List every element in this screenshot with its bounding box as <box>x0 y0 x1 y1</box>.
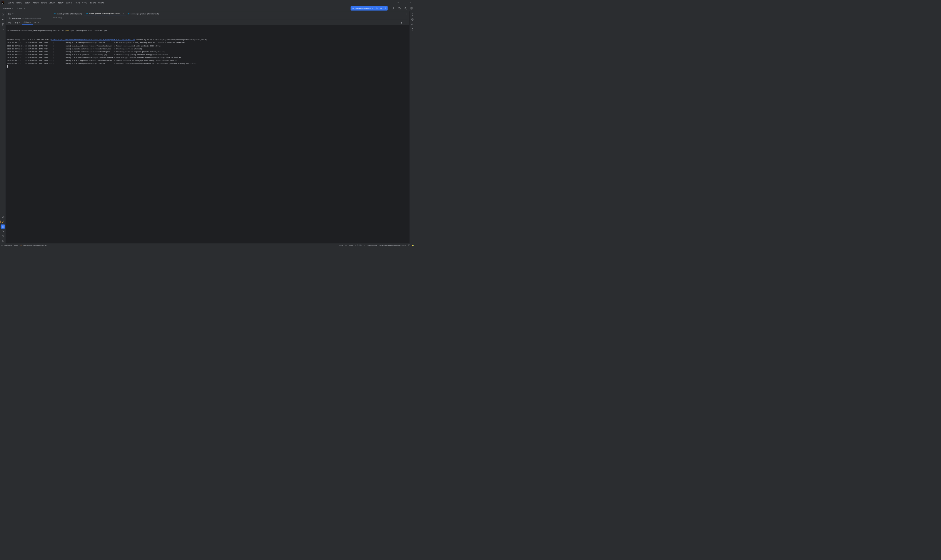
svg-rect-21 <box>2 226 3 227</box>
jar-file-icon <box>20 245 22 246</box>
project-tool-label: 项目 <box>8 13 11 15</box>
translate-icon[interactable] <box>398 6 401 10</box>
log-line: 2023-03-06T12:21:14.678+08:00 INFO 4484 … <box>7 42 185 44</box>
maven-gradle-tool-button[interactable] <box>410 22 414 26</box>
log-line: 2023-03-06T12:21:15.752+08:00 INFO 4484 … <box>7 57 181 59</box>
log-line: 2023-03-06T12:21:15.635+08:00 INFO 4484 … <box>7 45 161 47</box>
terminal-add-button[interactable]: + <box>33 22 37 24</box>
notifications-tool-button[interactable] <box>410 12 414 17</box>
settings-icon[interactable] <box>410 6 413 10</box>
log-line: NAPSHOT using Java 18.0.1.1 with PID 448… <box>7 39 51 41</box>
line-separator[interactable]: LF <box>344 245 346 246</box>
menu-code[interactable]: 代码(C) <box>40 1 48 4</box>
svg-point-11 <box>404 7 406 9</box>
sync-status[interactable]: ⊘ up-to-date <box>367 245 377 246</box>
svg-point-10 <box>393 8 394 9</box>
log-line: 2023-03-06T12:21:15.647+08:00 INFO 4484 … <box>7 48 142 50</box>
run-config-label: TinaSprout [bootJar] <box>355 7 371 9</box>
ime-indicator-icon[interactable] <box>408 245 410 246</box>
tabs-more-button[interactable]: ⋮ <box>404 13 408 15</box>
maximize-button[interactable] <box>402 0 407 5</box>
file-encoding[interactable]: UTF-8 <box>349 245 354 246</box>
project-selector[interactable]: TinaSprout <box>2 7 14 10</box>
terminal-tool-header: 终端 本地 × 本地 (2) × + ⋮ — <box>6 20 409 25</box>
caret-position[interactable]: 8:16 <box>339 245 343 246</box>
gradle-icon <box>352 7 354 9</box>
terminal-tab[interactable]: 本地 (2) × <box>22 21 33 25</box>
svg-point-23 <box>2 241 3 241</box>
crumb-item[interactable]: build <box>14 245 18 246</box>
close-icon[interactable]: × <box>19 22 20 23</box>
indent-setting[interactable]: 4 个空格 <box>355 244 362 246</box>
services-tool-button[interactable] <box>1 215 5 219</box>
terminal-tool-button[interactable] <box>1 225 5 229</box>
search-icon[interactable] <box>404 6 407 10</box>
close-button[interactable] <box>408 0 414 5</box>
menu-navigate[interactable]: 导航(N) <box>32 1 39 4</box>
editor-tab[interactable]: settings.gradle (TinaSprout) <box>126 11 161 16</box>
menu-window[interactable]: 窗口(W) <box>89 1 97 4</box>
debug-button[interactable] <box>379 6 383 11</box>
log-line: 2023-03-06T12:21:15.647+08:00 INFO 4484 … <box>7 51 165 53</box>
tree-root-name: TinaSprout <box>12 17 21 19</box>
terminal-cursor <box>7 65 8 68</box>
run-tool-button[interactable] <box>1 229 5 234</box>
tab-label: build.gradle (:tinasprout-robot) <box>89 13 121 15</box>
editor-tab[interactable]: build.gradle (:tinasprout-robot) × <box>84 11 126 16</box>
menu-help[interactable]: 帮助(H) <box>97 1 105 4</box>
close-icon[interactable]: × <box>123 13 124 15</box>
more-tool-button[interactable] <box>1 27 5 31</box>
menu-build[interactable]: 构建(B) <box>57 1 65 4</box>
minimize-panel-button[interactable]: — <box>404 22 407 24</box>
svg-rect-29 <box>364 245 365 246</box>
menu-edit[interactable]: 编辑(E) <box>15 1 23 4</box>
terminal-dropdown-button[interactable] <box>37 22 41 23</box>
commit-tool-button[interactable] <box>1 17 5 22</box>
menu-run[interactable]: 运行(U) <box>65 1 73 4</box>
terminal-tab[interactable]: 本地 × <box>13 21 22 25</box>
svg-rect-15 <box>3 23 3 24</box>
google-ime-icon[interactable] <box>412 245 414 246</box>
minimize-button[interactable] <box>395 0 401 5</box>
code-with-me-icon[interactable] <box>392 6 395 10</box>
problems-tool-button[interactable] <box>1 234 5 238</box>
editor-tab[interactable]: build.gradle (TinaSprout) <box>52 11 84 16</box>
menu-git[interactable]: Git(G) <box>81 1 88 4</box>
menu-refactor[interactable]: 重构(R) <box>49 1 56 4</box>
menu-tools[interactable]: 工具(T) <box>73 1 81 4</box>
structure-tool-button[interactable] <box>1 22 5 26</box>
cmd-file: .\TinaSprout-0.0.1-SNAPSHOT.jar <box>75 30 107 32</box>
svg-point-17 <box>2 29 2 29</box>
svg-point-18 <box>3 29 3 29</box>
close-icon[interactable]: × <box>30 22 31 23</box>
log-link[interactable]: C:\Users\MI\CodeSpace\IdeaProjects\TinaS… <box>51 39 135 41</box>
terminal-options-button[interactable]: ⋮ <box>400 22 403 24</box>
terminal-output[interactable]: PS C:\Users\MI\CodeSpace\IdeaProjects\Ti… <box>6 25 409 243</box>
log-line: 2023-03-06T12:21:15.749+08:00 INFO 4484 … <box>7 54 168 56</box>
svg-point-3 <box>17 8 18 8</box>
tree-root-path: ~ C:\Users\MI\CodeSpace <box>22 17 41 19</box>
run-configuration-selector[interactable]: TinaSprout [bootJar] <box>351 6 374 10</box>
build-tool-button[interactable] <box>1 220 5 224</box>
git-blame-status[interactable]: Blame: Wuxianggujun 2023/3/5 19:00 <box>379 245 406 246</box>
tab-label: settings.gradle (TinaSprout) <box>131 13 159 15</box>
svg-point-4 <box>17 9 18 9</box>
run-button[interactable] <box>374 6 379 11</box>
crumb-item[interactable]: TinaSprout-0.0.1-SNAPSHOT.jar <box>23 245 46 246</box>
project-tool-button[interactable] <box>1 12 5 17</box>
vcs-branch-selector[interactable]: main <box>15 7 26 10</box>
git-tool-button[interactable] <box>1 239 5 243</box>
run-more-button[interactable] <box>383 6 387 11</box>
device-tool-button[interactable] <box>410 27 414 31</box>
crumb-item[interactable]: TinaSprout <box>4 245 12 246</box>
svg-point-9 <box>385 9 386 9</box>
menu-view[interactable]: 视图(V) <box>23 1 31 4</box>
gradle-icon <box>128 13 130 15</box>
chevron-down-icon[interactable] <box>12 13 13 14</box>
database-tool-button[interactable] <box>410 17 414 22</box>
svg-point-26 <box>412 18 413 19</box>
readonly-toggle-icon[interactable] <box>364 245 365 246</box>
navigation-breadcrumb[interactable]: TinaSprout › build › TinaSprout-0.0.1-SN… <box>1 245 46 246</box>
menu-file[interactable]: 文件(F) <box>7 1 15 4</box>
tab-label: build.gradle (TinaSprout) <box>57 13 82 15</box>
